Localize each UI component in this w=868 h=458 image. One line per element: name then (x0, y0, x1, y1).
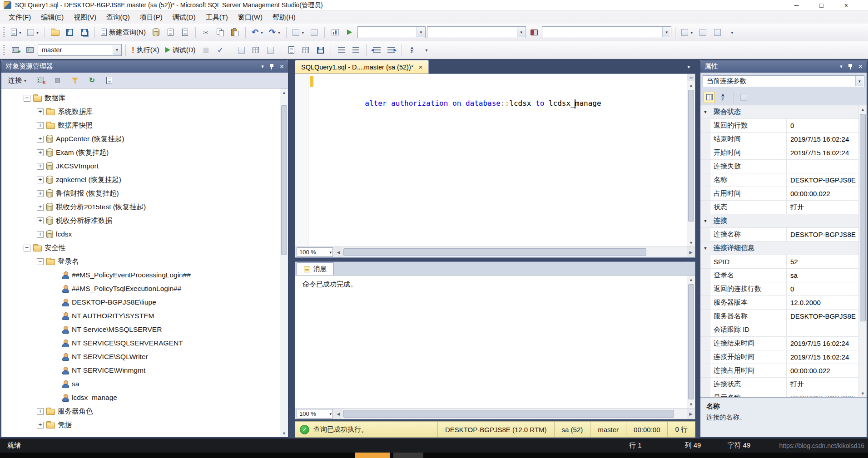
debug-button[interactable]: 调试(D) (163, 43, 198, 57)
tree-item[interactable]: 登录名 (1, 255, 280, 268)
pin-button[interactable] (848, 64, 853, 70)
close-panel-button[interactable]: × (280, 63, 284, 70)
menu-item[interactable]: 窗口(W) (233, 12, 268, 23)
tree-item[interactable]: NT AUTHORITY\SYSTEM (1, 309, 280, 323)
tree-item[interactable]: DESKTOP-BGPJS8E\liupe (1, 295, 280, 309)
tree-expander[interactable] (37, 108, 44, 115)
chevron-down-icon[interactable]: ▾ (662, 27, 670, 37)
property-row[interactable]: 会话跟踪 ID (700, 323, 858, 337)
menu-item[interactable]: 编辑(E) (36, 12, 69, 23)
tree-item[interactable]: ##MS_PolicyEventProcessingLogin## (1, 268, 280, 282)
connect-dropdown[interactable]: 连接▾ (5, 75, 30, 86)
minimize-button[interactable]: ─ (794, 2, 799, 9)
disconnect-button[interactable] (34, 74, 47, 87)
database-combobox[interactable]: master▾ (38, 44, 122, 56)
panel-splitter[interactable] (695, 60, 700, 438)
property-row[interactable]: 连接详细信息 (700, 241, 858, 255)
scroll-down-button[interactable]: ▼ (687, 400, 695, 408)
uncomment-button[interactable] (349, 43, 362, 57)
tree-item[interactable]: NT SERVICE\SQLSERVERAGENT (1, 336, 280, 350)
tree-item[interactable]: 税收分析标准数据 (1, 214, 280, 227)
window-position-dropdown[interactable]: ▾ (261, 64, 264, 69)
increase-indent-button[interactable] (385, 43, 398, 57)
tree-item[interactable]: ##MS_PolicyTsqlExecutionLogin## (1, 282, 280, 295)
chevron-down-icon[interactable]: ▾ (113, 45, 121, 55)
tree-expander[interactable] (37, 177, 44, 183)
find-dropdown[interactable]: ▾ (679, 25, 695, 39)
unknown-tool-button-1[interactable] (696, 25, 709, 39)
copy-button[interactable] (214, 25, 227, 39)
panel-splitter[interactable] (288, 60, 295, 438)
messages-zoom-combobox[interactable]: 100 %▾ (297, 409, 333, 419)
property-row[interactable]: 名称 DESKTOP-BGPJS8E (700, 173, 858, 187)
property-row[interactable]: 连接失败 (700, 160, 858, 173)
tree-expander[interactable] (37, 217, 44, 224)
tree-item[interactable]: 安全性 (1, 241, 280, 255)
property-row[interactable]: 服务器版本 12.0.2000 (700, 296, 858, 310)
results-to-text-button[interactable] (285, 43, 298, 57)
toolbar-grip[interactable] (3, 27, 5, 37)
property-row[interactable]: 状态 打开 (700, 201, 858, 214)
redo-dropdown[interactable]: ↷▾ (267, 25, 283, 39)
stop-button[interactable] (199, 43, 213, 57)
reports-button[interactable] (103, 74, 116, 87)
scroll-up-button[interactable]: ▲ (687, 276, 695, 283)
chevron-down-icon[interactable]: ▾ (517, 27, 525, 37)
tree-item[interactable]: 数据库 (1, 91, 280, 105)
sort-button[interactable] (406, 43, 419, 57)
tree-item[interactable]: NT SERVICE\Winmgmt (1, 364, 280, 377)
tree-scrollbar[interactable]: ▲ ▼ (280, 89, 288, 437)
execute-button[interactable]: !执行(X) (129, 43, 162, 57)
properties-scrollbar[interactable]: ▲ ▼ (858, 105, 867, 397)
close-button[interactable]: × (844, 2, 848, 9)
scroll-right-button[interactable]: ▶ (687, 250, 695, 255)
toolbar-combobox-1[interactable]: ▾ (357, 26, 426, 38)
save-button[interactable] (63, 25, 76, 39)
query-options-button[interactable] (249, 43, 263, 57)
property-row[interactable]: 服务器名称 DESKTOP-BGPJS8E (700, 310, 858, 323)
property-row[interactable]: 连接开始时间 2019/7/15 16:02:24 (700, 350, 858, 364)
close-tab-button[interactable]: × (418, 64, 422, 70)
tree-item[interactable]: Exam (恢复挂起) (1, 146, 280, 159)
maximize-button[interactable]: □ (819, 2, 823, 9)
property-row[interactable]: 占用时间 00:00:00.022 (700, 187, 858, 201)
refresh-button[interactable]: ↻ (85, 74, 99, 87)
show-estimated-plan-button[interactable] (235, 43, 248, 57)
scroll-up-button[interactable]: ▲ (859, 105, 867, 113)
connect-button[interactable] (9, 43, 22, 57)
property-row[interactable]: 连接状态 打开 (700, 378, 858, 391)
decrease-indent-button[interactable] (370, 43, 383, 57)
tree-item[interactable]: JKCSVImport (1, 159, 280, 173)
menu-item[interactable]: 调试(D) (168, 12, 201, 23)
messages-tab[interactable]: 消息 (297, 262, 334, 275)
tree-item[interactable]: 服务器角色 (1, 404, 280, 418)
new-item-dropdown[interactable]: ▾ (9, 25, 24, 39)
splitter-grip-icon[interactable] (687, 74, 695, 81)
pin-button[interactable] (269, 64, 274, 70)
scroll-down-button[interactable]: ▼ (687, 239, 695, 246)
analysis-xmla-query-button[interactable] (179, 25, 192, 39)
alphabetical-button[interactable] (717, 92, 729, 103)
tree-item[interactable]: 系统数据库 (1, 105, 280, 118)
tree-expander[interactable] (37, 422, 44, 428)
messages-hscrollbar[interactable] (342, 409, 687, 419)
tree-expander[interactable] (37, 231, 44, 238)
property-row[interactable]: 连接名称 DESKTOP-BGPJS8E (700, 228, 858, 241)
scrollbar-thumb[interactable] (281, 105, 287, 255)
toolbar-combobox-2[interactable]: ▾ (427, 26, 526, 38)
scroll-down-button[interactable]: ▼ (280, 429, 288, 437)
database-engine-query-button[interactable] (149, 25, 163, 39)
window-position-dropdown[interactable]: ▾ (840, 64, 843, 69)
scroll-up-button[interactable]: ▲ (687, 81, 695, 89)
property-row[interactable]: SPID 52 (700, 255, 858, 269)
tree-expander[interactable] (37, 149, 44, 156)
results-to-grid-button[interactable] (299, 43, 312, 57)
new-project-dropdown[interactable]: ▾ (25, 25, 41, 39)
tree-item[interactable]: NT SERVICE\SQLWriter (1, 350, 280, 364)
menu-item[interactable]: 工具(T) (201, 12, 233, 23)
scrollbar-thumb[interactable] (688, 284, 694, 399)
toolbar-options-dropdown[interactable]: ▾ (725, 25, 739, 39)
start-button[interactable] (343, 25, 356, 39)
chevron-down-icon[interactable]: ▾ (417, 27, 425, 37)
menu-item[interactable]: 视图(V) (69, 12, 101, 23)
